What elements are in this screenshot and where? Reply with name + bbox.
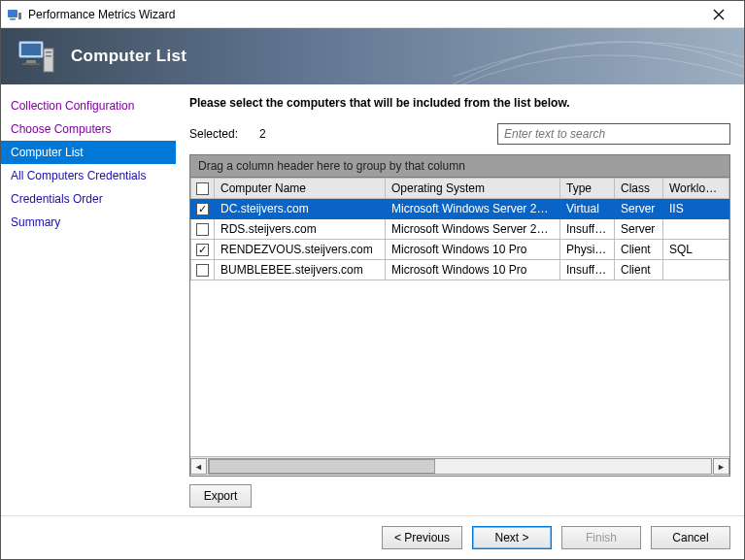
row-checkbox[interactable] [196,264,209,277]
col-class[interactable]: Class [615,179,663,199]
step-computer-list[interactable]: Computer List [1,141,176,164]
finish-button: Finish [561,526,641,549]
scroll-right-icon[interactable]: ► [713,458,729,475]
svg-rect-10 [46,51,51,53]
svg-rect-8 [22,63,40,65]
selection-row: Selected: 2 [189,123,730,145]
row-checkbox[interactable] [196,244,209,256]
app-icon [7,7,22,22]
banner: Computer List [1,28,744,84]
titlebar: Performance Metrics Wizard [1,1,744,28]
cancel-button[interactable]: Cancel [651,526,730,549]
col-workloads[interactable]: Workloads (IIS, SQL) [663,179,729,199]
next-button[interactable]: Next > [472,526,552,549]
svg-rect-11 [46,55,51,57]
window-title: Performance Metrics Wizard [28,8,699,21]
banner-pattern [453,28,744,84]
main-panel: Please select the computers that will be… [176,84,744,515]
row-checkbox[interactable] [196,203,209,215]
step-choose-computers[interactable]: Choose Computers [1,117,176,141]
svg-rect-7 [26,60,36,63]
wizard-window: Performance Metrics Wizard Computer List… [0,0,745,560]
selected-count: 2 [259,127,266,141]
selected-label: Selected: [189,127,238,141]
computers-grid: Drag a column header here to group by th… [189,154,730,477]
svg-rect-1 [10,18,16,20]
svg-rect-0 [8,10,17,17]
table-row[interactable]: DC.steijvers.com Microsoft Windows Serve… [191,199,729,219]
col-computer-name[interactable]: Computer Name [215,179,386,199]
wizard-steps-sidebar: Collection Configuration Choose Computer… [1,84,176,515]
svg-rect-6 [21,44,41,55]
group-by-bar[interactable]: Drag a column header here to group by th… [190,155,729,178]
row-checkbox[interactable] [196,223,209,236]
instruction-text: Please select the computers that will be… [189,96,730,110]
previous-button[interactable]: < Previous [382,526,462,549]
grid-body[interactable]: Computer Name Operating System Type Clas… [190,178,729,456]
scroll-track[interactable] [208,458,712,475]
col-operating-system[interactable]: Operating System [386,179,560,199]
header-row: Computer Name Operating System Type Clas… [191,179,729,199]
body: Collection Configuration Choose Computer… [1,84,744,515]
wizard-footer: < Previous Next > Finish Cancel [1,515,744,559]
export-row: Export [189,484,730,508]
page-title: Computer List [71,47,186,66]
search-input[interactable] [497,123,730,145]
table-row[interactable]: BUMBLEBEE.steijvers.com Microsoft Window… [191,260,729,280]
step-all-computers-credentials[interactable]: All Computers Credentials [1,164,176,187]
table-row[interactable]: RDS.steijvers.com Microsoft Windows Serv… [191,219,729,240]
header-checkbox[interactable] [191,179,215,199]
svg-rect-2 [18,13,21,19]
step-collection-configuration[interactable]: Collection Configuration [1,94,176,117]
scroll-left-icon[interactable]: ◄ [190,458,207,475]
horizontal-scrollbar[interactable]: ◄ ► [190,456,729,476]
table-row[interactable]: RENDEZVOUS.steijvers.com Microsoft Windo… [191,240,729,260]
computer-icon [15,35,57,78]
close-button[interactable] [699,1,738,28]
step-credentials-order[interactable]: Credentials Order [1,187,176,211]
col-type[interactable]: Type [560,179,615,199]
step-summary[interactable]: Summary [1,211,176,234]
scroll-thumb[interactable] [209,459,435,474]
export-button[interactable]: Export [189,484,252,508]
